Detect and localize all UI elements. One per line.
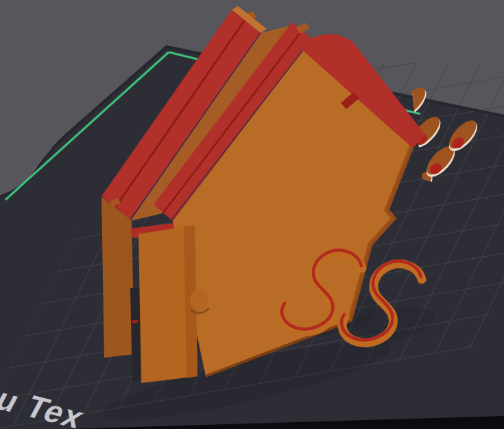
back-wall-end-cap	[101, 197, 134, 358]
3d-viewport[interactable]: u Tex	[0, 0, 504, 429]
left-post-connector-bump	[190, 289, 208, 311]
